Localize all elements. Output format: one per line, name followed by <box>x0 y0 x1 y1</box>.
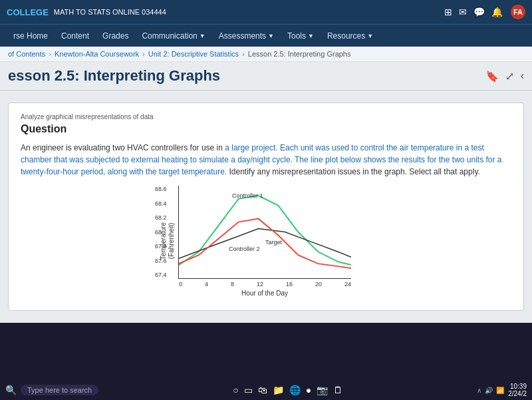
legend-controller2: Controller 2 <box>229 246 260 252</box>
search-icon: 🔍 <box>5 385 17 395</box>
taskbar: 🔍 Type here to search ○ ▭ 🛍 📁 🌐 ● 📷 🗒 ∧ … <box>0 380 532 400</box>
y-tick-5: 68.4 <box>155 200 167 207</box>
breadcrumb: of Contents › Knewton-Alta Coursework › … <box>0 47 532 62</box>
top-icon-group: ⊞ ✉ 💬 🔔 <box>444 7 503 17</box>
chart-area: 68.6 68.4 68.2 68 67.8 67.6 67.4 0 4 8 1… <box>178 186 351 279</box>
grid-icon[interactable]: ⊞ <box>444 7 452 17</box>
title-icon-group: 🔖 ⤢ ‹ <box>485 70 524 83</box>
x-tick-8: 8 <box>231 281 234 288</box>
expand-icon[interactable]: ⤢ <box>505 70 514 83</box>
nav-bar: rse Home Content Grades Communication ▼ … <box>0 24 532 47</box>
page-title-bar: esson 2.5: Interpreting Graphs 🔖 ⤢ ‹ <box>0 62 532 91</box>
x-tick-16: 16 <box>286 281 293 288</box>
question-text: An engineer is evaluating two HVAC contr… <box>21 142 511 178</box>
y-tick-4: 68.2 <box>155 214 167 221</box>
breadcrumb-item-2[interactable]: Unit 2: Descriptive Statistics <box>148 50 239 58</box>
user-avatar-badge[interactable]: FA <box>511 5 525 19</box>
y-tick-2: 67.8 <box>155 243 167 250</box>
taskbar-chrome-icon[interactable]: ● <box>306 385 311 395</box>
question-card: Analyze graphical misrepresentations of … <box>8 102 524 311</box>
clock-date: 10:39 2/24/2 <box>508 383 527 397</box>
y-tick-1: 67.6 <box>155 258 167 264</box>
top-bar-right: ⊞ ✉ 💬 🔔 FA <box>444 5 525 19</box>
search-placeholder: Type here to search <box>27 386 92 394</box>
tray-speaker-icon[interactable]: 🔊 <box>485 387 493 394</box>
chart-wrapper: 68.6 68.4 68.2 68 67.8 67.6 67.4 0 4 8 1… <box>178 186 351 297</box>
taskbar-edge-icon[interactable]: 🌐 <box>289 385 301 395</box>
taskbar-app1-icon[interactable]: 📷 <box>317 385 328 395</box>
top-bar-left: COLLEGE MATH TO STATS ONLINE 034444 <box>7 7 166 17</box>
legend-controller1: Controller 1 <box>232 192 263 199</box>
breadcrumb-sep-1: › <box>142 50 145 58</box>
question-title: Question <box>21 123 511 135</box>
nav-item-resources[interactable]: Resources ▼ <box>321 25 380 47</box>
nav-item-communication[interactable]: Communication ▼ <box>135 25 211 47</box>
taskbar-left: 🔍 Type here to search <box>5 385 98 395</box>
y-ticks: 68.6 68.4 68.2 68 67.8 67.6 67.4 <box>155 186 167 278</box>
breadcrumb-item-3: Lesson 2.5: Interpreting Graphs <box>248 50 351 58</box>
main-content-area: Analyze graphical misrepresentations of … <box>0 91 532 323</box>
taskbar-task-icon[interactable]: ▭ <box>244 385 253 395</box>
x-tick-24: 24 <box>344 281 351 288</box>
x-tick-12: 12 <box>257 281 263 288</box>
nav-item-tools[interactable]: Tools ▼ <box>281 25 321 47</box>
controller1-line <box>179 196 351 265</box>
nav-item-content[interactable]: Content <box>55 25 96 47</box>
taskbar-store-icon[interactable]: 🛍 <box>258 385 267 395</box>
mail-icon[interactable]: ✉ <box>459 7 467 17</box>
x-ticks: 0 4 8 12 16 20 24 <box>179 281 351 288</box>
taskbar-cortana-icon[interactable]: ○ <box>233 385 238 395</box>
highlight-text: a large project. Each unit was used to c… <box>21 143 502 176</box>
y-tick-3: 68 <box>155 229 167 236</box>
communication-chevron-icon: ▼ <box>200 33 205 39</box>
chart-container: Temperature(Fahrenheit) 68.6 68.4 68.2 6… <box>160 186 372 297</box>
y-tick-6: 68.6 <box>155 186 167 192</box>
x-tick-20: 20 <box>315 281 322 288</box>
clock-date-value: 2/24/2 <box>508 390 527 397</box>
nav-item-grades[interactable]: Grades <box>96 25 135 47</box>
bookmark-icon[interactable]: 🔖 <box>485 70 499 83</box>
tray-network-icon[interactable]: 📶 <box>496 387 504 394</box>
tray-up-icon[interactable]: ∧ <box>477 387 481 394</box>
college-logo: COLLEGE <box>7 7 49 17</box>
breadcrumb-sep-2: › <box>242 50 245 58</box>
x-tick-4: 4 <box>205 281 208 288</box>
sys-tray-icons: ∧ 🔊 📶 <box>477 387 504 394</box>
breadcrumb-sep-0: › <box>49 50 51 58</box>
top-bar: COLLEGE MATH TO STATS ONLINE 034444 ⊞ ✉ … <box>0 0 532 24</box>
nav-item-assessments[interactable]: Assessments ▼ <box>212 25 281 47</box>
taskbar-right: ∧ 🔊 📶 10:39 2/24/2 <box>477 383 527 397</box>
x-axis-title: Hour of the Day <box>241 290 288 297</box>
chat-icon[interactable]: 💬 <box>473 7 485 17</box>
clock-time: 10:39 <box>508 383 527 390</box>
taskbar-folder-icon[interactable]: 📁 <box>273 385 284 395</box>
chart-svg <box>179 186 351 278</box>
breadcrumb-item-0[interactable]: of Contents <box>8 50 45 58</box>
assessments-chevron-icon: ▼ <box>268 33 274 39</box>
bell-icon[interactable]: 🔔 <box>491 7 503 17</box>
collapse-icon[interactable]: ‹ <box>521 70 524 82</box>
y-tick-0: 67.4 <box>155 272 167 278</box>
course-code: MATH TO STATS ONLINE 034444 <box>54 8 166 16</box>
tools-chevron-icon: ▼ <box>308 33 314 39</box>
page-title: esson 2.5: Interpreting Graphs <box>8 67 220 85</box>
taskbar-app2-icon[interactable]: 🗒 <box>333 385 342 395</box>
x-tick-0: 0 <box>179 281 182 288</box>
question-label: Analyze graphical misrepresentations of … <box>21 113 511 120</box>
nav-item-home[interactable]: rse Home <box>7 25 55 47</box>
resources-chevron-icon: ▼ <box>367 33 373 39</box>
legend-target: Target <box>265 239 282 246</box>
breadcrumb-item-1[interactable]: Knewton-Alta Coursework <box>55 50 139 58</box>
search-bar[interactable]: Type here to search <box>21 385 98 395</box>
taskbar-app-icons: ○ ▭ 🛍 📁 🌐 ● 📷 🗒 <box>233 385 342 395</box>
